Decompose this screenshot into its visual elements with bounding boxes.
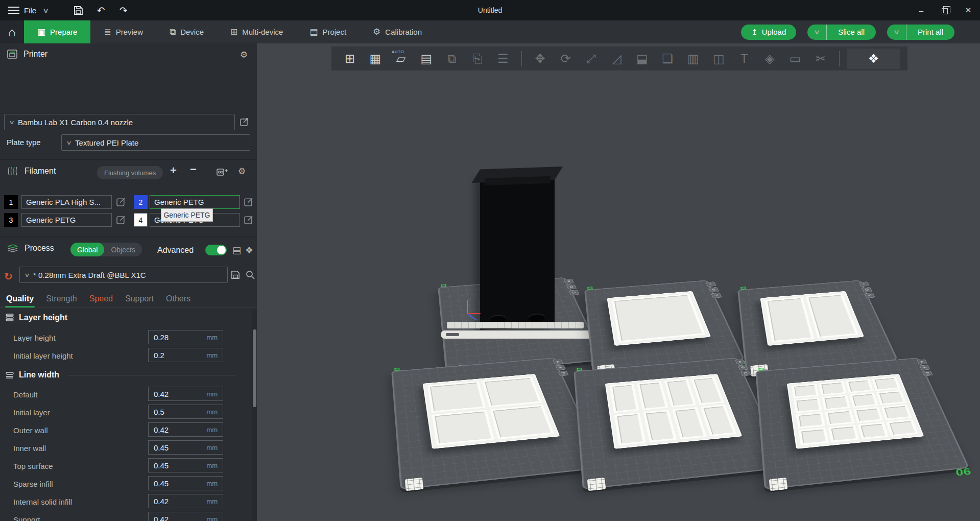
redo-button[interactable]: ↷	[112, 2, 135, 18]
tab-preview[interactable]: ≣ Preview	[90, 20, 156, 43]
filament-slot-1-field[interactable]	[21, 195, 112, 209]
edit-filament-3-icon[interactable]	[116, 215, 126, 224]
build-plate-06[interactable]: ≡⚙⊡ 06	[755, 358, 969, 489]
filament-slot-2-swatch[interactable]: 2	[134, 195, 148, 209]
filament-slot-2-field[interactable]	[150, 195, 240, 209]
tab-support[interactable]: Support	[119, 294, 160, 307]
inner-wall-line-width-input[interactable]	[149, 443, 195, 452]
save-button[interactable]	[67, 2, 90, 18]
tab-strength[interactable]: Strength	[40, 294, 83, 307]
printer-settings-gear-icon[interactable]: ⚙	[240, 50, 248, 60]
plate-edge-buttons[interactable]: ≡⚙⊡	[917, 359, 933, 376]
text-tool-icon[interactable]: T	[733, 49, 755, 69]
split-parts-icon[interactable]: ❏	[656, 49, 679, 69]
search-icon[interactable]	[246, 270, 255, 279]
file-menu-chevron-icon[interactable]: ∨	[42, 7, 49, 14]
paint-tool-icon[interactable]: ◈	[758, 49, 781, 69]
undo-button[interactable]: ↶	[90, 2, 112, 18]
scope-objects-button[interactable]: Objects	[104, 243, 141, 256]
plate-edge-buttons[interactable]: ≡⚙⊡	[706, 281, 722, 298]
edit-filament-4-icon[interactable]	[244, 215, 253, 224]
plate-type-select[interactable]: ∨ Textured PEI Plate	[61, 134, 250, 151]
plate-name-bar[interactable]	[441, 330, 612, 339]
tab-device[interactable]: ⧉ Device	[156, 20, 217, 43]
sidebar-scrollbar[interactable]	[252, 309, 257, 521]
filament-slot-1-input[interactable]	[22, 198, 111, 206]
filament-slot-2-input[interactable]	[150, 198, 240, 206]
print-all-button[interactable]: Print all	[906, 28, 954, 36]
internal-solid-infill-line-width-input[interactable]	[149, 497, 195, 506]
build-plate-04[interactable]: ≡⚙⊡ 04	[391, 358, 605, 489]
tray-16-bins[interactable]	[787, 374, 924, 449]
auto-orient-icon[interactable]: AUTO▱	[390, 49, 412, 69]
outer-wall-line-width-input[interactable]	[149, 425, 195, 434]
scope-global-button[interactable]: Global	[70, 243, 104, 256]
tab-calibration[interactable]: ⚙ Calibration	[360, 20, 435, 43]
remove-filament-button[interactable]: −	[190, 163, 197, 176]
home-button[interactable]: ⌂	[0, 20, 24, 43]
tab-quality[interactable]: Quality	[0, 294, 40, 307]
filament-slot-3-field[interactable]	[21, 213, 112, 227]
upload-button[interactable]: ↥ Upload	[741, 25, 796, 40]
save-preset-icon[interactable]	[231, 270, 240, 279]
support-line-width-input[interactable]	[149, 515, 195, 521]
plate-settings-button[interactable]	[587, 478, 606, 491]
tab-prepare[interactable]: ▣ Prepare	[24, 20, 90, 43]
initial-layer-height-input[interactable]	[149, 351, 195, 360]
default-line-width-input[interactable]	[149, 390, 195, 398]
main-menu-button[interactable]: File	[6, 2, 38, 18]
sparse-infill-line-width-input[interactable]	[149, 479, 195, 488]
print-all-dropdown-button[interactable]: ∨	[887, 25, 906, 40]
plate-edge-buttons[interactable]: ≡⚙⊡	[859, 281, 875, 298]
paste-icon[interactable]: ⎘	[466, 49, 489, 69]
layers-icon[interactable]: ☰	[492, 49, 514, 69]
add-plate-icon[interactable]: ▦	[364, 49, 387, 69]
arrange-icon[interactable]: ▤	[415, 49, 438, 69]
mesh-boolean-icon[interactable]: ◫	[707, 49, 730, 69]
cut-icon[interactable]: ✂	[809, 49, 832, 69]
filament-slot-4-swatch[interactable]: 4	[134, 213, 148, 227]
filament-slot-3-swatch[interactable]: 3	[4, 213, 18, 227]
process-preset-select[interactable]: ∨ * 0.28mm Extra Draft @BBL X1C	[19, 267, 228, 283]
slice-all-dropdown-button[interactable]: ∨	[807, 25, 827, 40]
ams-sync-icon[interactable]	[217, 167, 228, 177]
tab-multi-device[interactable]: ⊞ Multi-device	[217, 20, 296, 43]
add-object-icon[interactable]: ⊞	[339, 49, 361, 69]
restore-button[interactable]	[933, 0, 957, 20]
add-filament-button[interactable]: +	[170, 164, 177, 177]
minimize-button[interactable]: –	[910, 0, 933, 20]
filament-slot-1-swatch[interactable]: 1	[4, 195, 18, 209]
reset-preset-icon[interactable]: ↻	[4, 270, 13, 282]
variable-layer-height-icon[interactable]: ▥	[682, 49, 704, 69]
tray-4-bins[interactable]	[423, 374, 560, 449]
plate-settings-button[interactable]	[405, 478, 424, 491]
slice-all-button[interactable]: Slice all	[827, 28, 876, 36]
tab-speed[interactable]: Speed	[83, 294, 119, 307]
parameter-table-icon[interactable]: ▤	[232, 245, 241, 256]
measure-icon[interactable]: ▭	[784, 49, 806, 69]
advanced-toggle[interactable]	[205, 245, 227, 255]
flushing-volumes-button[interactable]: Flushing volumes	[97, 166, 163, 179]
edit-printer-icon[interactable]	[240, 117, 249, 126]
split-objects-icon[interactable]: ⬓	[631, 49, 653, 69]
scrollbar-thumb[interactable]	[253, 329, 256, 407]
printer-model-select[interactable]: ∨ Bambu Lab X1 Carbon 0.4 nozzle	[4, 114, 235, 130]
move-icon[interactable]: ✥	[529, 49, 552, 69]
model-black-box[interactable]	[480, 174, 555, 329]
filament-settings-gear-icon[interactable]: ⚙	[238, 166, 246, 177]
initial-layer-line-width-input[interactable]	[149, 408, 195, 416]
scale-icon[interactable]: ⤢	[580, 49, 603, 69]
edit-filament-2-icon[interactable]	[244, 197, 253, 206]
close-button[interactable]: ✕	[957, 0, 980, 20]
rotate-icon[interactable]: ⟳	[555, 49, 577, 69]
edit-filament-1-icon[interactable]	[116, 197, 126, 206]
tab-project[interactable]: ▤ Project	[296, 20, 360, 43]
tray-1-bin[interactable]	[607, 291, 711, 346]
plate-settings-button[interactable]	[769, 478, 788, 491]
copy-icon[interactable]: ⧉	[441, 49, 463, 69]
plugin-icon[interactable]: ❖	[847, 49, 900, 69]
process-objects-icon[interactable]: ❖	[245, 245, 253, 256]
plate-edge-buttons[interactable]: ≡⚙⊡	[563, 279, 580, 295]
filament-slot-3-input[interactable]	[22, 216, 111, 224]
tray-2-bins[interactable]	[760, 291, 864, 346]
